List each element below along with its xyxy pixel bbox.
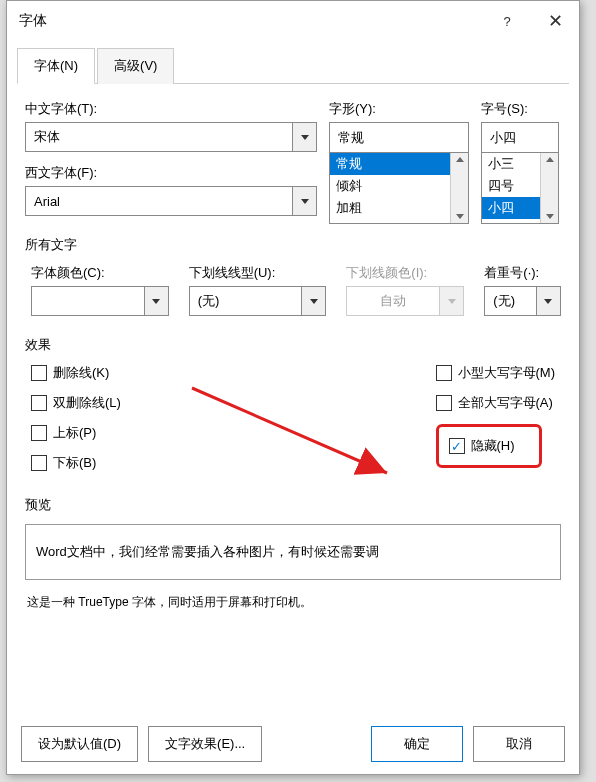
color-combo[interactable] [31,286,169,316]
size-input[interactable]: 小四 [481,122,559,152]
size-value: 小四 [482,129,558,147]
west-font-value: Arial [26,194,292,209]
checkbox-smallcaps[interactable]: 小型大写字母(M) [436,364,556,382]
dialog-footer: 设为默认值(D) 文字效果(E)... 确定 取消 [7,726,579,762]
checkbox-icon [31,395,47,411]
text-effects-button[interactable]: 文字效果(E)... [148,726,262,762]
list-item[interactable]: 常规 [330,153,468,175]
scrollbar[interactable] [540,153,558,223]
scroll-down-icon [546,214,554,219]
help-icon: ? [503,14,510,29]
checkbox-hidden[interactable]: ✓隐藏(H) [449,437,515,455]
emphasis-label: 着重号(·): [484,264,561,282]
size-label: 字号(S): [481,100,559,118]
checkbox-icon [436,395,452,411]
tab-advanced[interactable]: 高级(V) [97,48,174,84]
underline-color-combo: 自动 [346,286,464,316]
checkbox-strike[interactable]: 删除线(K) [31,364,121,382]
ok-button[interactable]: 确定 [371,726,463,762]
dropdown-button[interactable] [292,187,316,215]
emphasis-combo[interactable]: (无) [484,286,561,316]
set-default-button[interactable]: 设为默认值(D) [21,726,138,762]
dropdown-button[interactable] [292,123,316,151]
emphasis-value: (无) [485,292,536,310]
preview-description: 这是一种 TrueType 字体，同时适用于屏幕和打印机。 [27,594,559,611]
style-listbox[interactable]: 常规 倾斜 加粗 [329,152,469,224]
underline-combo[interactable]: (无) [189,286,327,316]
close-icon: ✕ [548,10,563,32]
cancel-button[interactable]: 取消 [473,726,565,762]
checkbox-double-strike[interactable]: 双删除线(L) [31,394,121,412]
west-font-label: 西文字体(F): [25,164,317,182]
underline-color-label: 下划线颜色(I): [346,264,464,282]
preview-text: Word文档中，我们经常需要插入各种图片，有时候还需要调 [36,544,379,559]
color-label: 字体颜色(C): [31,264,169,282]
dropdown-button[interactable] [301,287,325,315]
font-dialog: 字体 ? ✕ 字体(N) 高级(V) 中文字体(T): 宋体 西文字体(F): … [6,0,580,775]
preview-box: Word文档中，我们经常需要插入各种图片，有时候还需要调 [25,524,561,580]
cn-font-combo[interactable]: 宋体 [25,122,317,152]
cn-font-value: 宋体 [26,128,292,146]
scrollbar[interactable] [450,153,468,223]
list-item[interactable]: 倾斜 [330,175,468,197]
chevron-down-icon [301,199,309,204]
west-font-combo[interactable]: Arial [25,186,317,216]
checkbox-icon [436,365,452,381]
help-button[interactable]: ? [483,1,531,41]
tab-bar: 字体(N) 高级(V) [17,41,569,84]
chevron-down-icon [152,299,160,304]
titlebar: 字体 ? ✕ [7,1,579,41]
dropdown-button [439,287,463,315]
style-value: 常规 [330,129,468,147]
checkbox-icon [31,455,47,471]
scroll-up-icon [546,157,554,162]
tab-font[interactable]: 字体(N) [17,48,95,84]
list-item[interactable]: 加粗 [330,197,468,219]
checkmark-icon: ✓ [451,440,462,453]
style-input[interactable]: 常规 [329,122,469,152]
scroll-up-icon [456,157,464,162]
preview-header: 预览 [25,496,561,514]
chevron-down-icon [448,299,456,304]
checkbox-icon: ✓ [449,438,465,454]
close-button[interactable]: ✕ [531,1,579,41]
chevron-down-icon [310,299,318,304]
dialog-title: 字体 [19,12,47,30]
checkbox-subscript[interactable]: 下标(B) [31,454,121,472]
checkbox-icon [31,425,47,441]
titlebar-buttons: ? ✕ [483,1,579,41]
chevron-down-icon [544,299,552,304]
annotation-highlight: ✓隐藏(H) [436,424,542,468]
checkbox-allcaps[interactable]: 全部大写字母(A) [436,394,553,412]
underline-value: (无) [190,292,302,310]
chevron-down-icon [301,135,309,140]
dropdown-button[interactable] [536,287,560,315]
checkbox-icon [31,365,47,381]
alltext-header: 所有文字 [25,236,561,254]
dialog-content: 中文字体(T): 宋体 西文字体(F): Arial 字形(Y): 常规 [7,84,579,611]
effects-header: 效果 [25,336,561,354]
checkbox-superscript[interactable]: 上标(P) [31,424,121,442]
style-label: 字形(Y): [329,100,469,118]
dropdown-button[interactable] [144,287,168,315]
underline-color-value: 自动 [347,292,439,310]
size-listbox[interactable]: 小三 四号 小四 [481,152,559,224]
scroll-down-icon [456,214,464,219]
cn-font-label: 中文字体(T): [25,100,317,118]
underline-label: 下划线线型(U): [189,264,327,282]
